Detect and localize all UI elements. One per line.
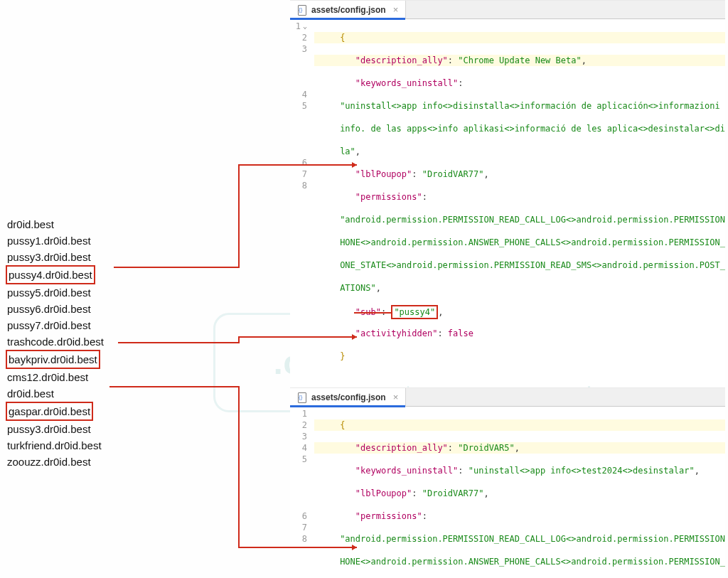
tab-config-json[interactable]: assets/config.json ×	[290, 1, 406, 19]
host-entry: zoouzz.dr0id.best	[6, 454, 148, 470]
code-area-2[interactable]: 1 2 3 4 5 6 7 8 { "description_ally": "D…	[290, 407, 725, 578]
host-list: dr0id.bestpussy1.dr0id.bestpussy3.dr0id.…	[6, 216, 148, 470]
host-entry: pussy1.dr0id.best	[6, 232, 148, 249]
host-entry: pussy3.dr0id.best	[6, 249, 148, 265]
close-icon[interactable]: ×	[393, 392, 399, 402]
close-icon[interactable]: ×	[393, 5, 399, 14]
host-entry: pussy5.dr0id.best	[6, 284, 148, 301]
host-entry: pussy6.dr0id.best	[6, 301, 148, 317]
host-entry: pussy4.dr0id.best	[6, 265, 95, 284]
code-area-1[interactable]: 1⌄ 2 3 4 5 6 7 8 { "description_ally": "…	[290, 19, 725, 386]
host-entry: pussy7.dr0id.best	[6, 317, 148, 333]
gutter: 1 2 3 4 5 6 7 8	[290, 407, 311, 578]
host-entry: baykpriv.dr0id.best	[6, 350, 100, 369]
host-entry: pussy3.dr0id.best	[6, 421, 148, 437]
host-entry: dr0id.best	[6, 216, 148, 232]
sub-key: "sub"	[355, 307, 381, 317]
editor-pane-1: assets/config.json × 1⌄ 2 3 4 5 6 7	[290, 0, 725, 386]
host-entry: dr0id.best	[6, 385, 148, 402]
tab-filename: assets/config.json	[311, 392, 386, 402]
tab-bar: assets/config.json ×	[290, 388, 725, 407]
host-entry: turkfriend.dr0id.best	[6, 437, 148, 454]
host-entry: cms12.dr0id.best	[6, 369, 148, 385]
tab-filename: assets/config.json	[311, 5, 386, 15]
tab-config-json[interactable]: assets/config.json ×	[290, 388, 406, 407]
json-file-icon	[297, 5, 307, 15]
tab-bar: assets/config.json ×	[290, 1, 725, 19]
json-file-icon	[297, 392, 307, 402]
host-entry: gaspar.dr0id.best	[6, 402, 93, 421]
host-entry: trashcode.dr0id.best	[6, 333, 148, 350]
editor-pane-2: assets/config.json × 1 2 3 4 5 6 7 8 {	[290, 387, 725, 578]
sub-value-box: "pussy4"	[391, 305, 438, 319]
gutter: 1⌄ 2 3 4 5 6 7 8	[290, 19, 311, 386]
